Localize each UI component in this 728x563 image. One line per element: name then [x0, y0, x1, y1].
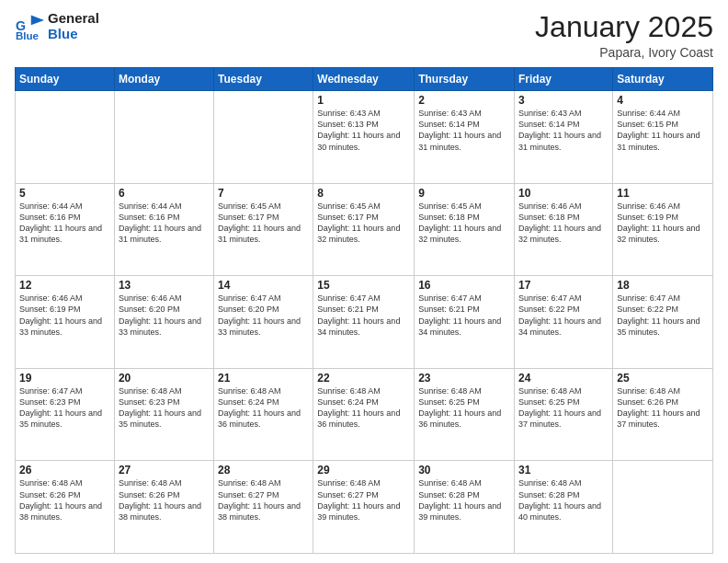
calendar-cell: 5Sunrise: 6:44 AM Sunset: 6:16 PM Daylig…	[16, 183, 115, 276]
day-number: 12	[19, 279, 110, 292]
weekday-header-friday: Friday	[515, 68, 613, 91]
day-number: 8	[317, 187, 410, 200]
day-info: Sunrise: 6:45 AM Sunset: 6:17 PM Dayligh…	[317, 201, 410, 246]
calendar-cell: 30Sunrise: 6:48 AM Sunset: 6:28 PM Dayli…	[415, 461, 515, 554]
day-number: 11	[617, 187, 709, 200]
day-number: 29	[317, 464, 410, 477]
calendar-cell	[114, 91, 213, 184]
calendar-cell: 23Sunrise: 6:48 AM Sunset: 6:25 PM Dayli…	[415, 368, 515, 461]
calendar-cell	[613, 461, 713, 554]
day-info: Sunrise: 6:44 AM Sunset: 6:15 PM Dayligh…	[617, 108, 709, 153]
day-number: 17	[518, 279, 609, 292]
calendar-header-row: SundayMondayTuesdayWednesdayThursdayFrid…	[16, 68, 713, 91]
day-info: Sunrise: 6:44 AM Sunset: 6:16 PM Dayligh…	[19, 201, 110, 246]
calendar-week-1: 1Sunrise: 6:43 AM Sunset: 6:13 PM Daylig…	[16, 91, 713, 184]
logo: G Blue General Blue	[15, 11, 99, 41]
day-info: Sunrise: 6:48 AM Sunset: 6:26 PM Dayligh…	[119, 477, 210, 523]
logo-blue: Blue	[48, 27, 99, 42]
day-info: Sunrise: 6:46 AM Sunset: 6:19 PM Dayligh…	[19, 293, 110, 338]
day-number: 21	[218, 372, 309, 385]
calendar-cell: 1Sunrise: 6:43 AM Sunset: 6:13 PM Daylig…	[313, 91, 415, 184]
month-title: January 2025	[535, 11, 713, 43]
day-number: 25	[617, 372, 709, 385]
calendar-cell: 17Sunrise: 6:47 AM Sunset: 6:22 PM Dayli…	[515, 276, 613, 369]
title-block: January 2025 Papara, Ivory Coast	[535, 11, 713, 60]
calendar-cell: 6Sunrise: 6:44 AM Sunset: 6:16 PM Daylig…	[114, 183, 213, 276]
day-info: Sunrise: 6:48 AM Sunset: 6:28 PM Dayligh…	[418, 477, 510, 523]
day-number: 6	[119, 187, 210, 200]
day-number: 20	[119, 372, 210, 385]
calendar-cell: 15Sunrise: 6:47 AM Sunset: 6:21 PM Dayli…	[313, 276, 415, 369]
day-info: Sunrise: 6:48 AM Sunset: 6:24 PM Dayligh…	[218, 385, 309, 431]
calendar-cell: 24Sunrise: 6:48 AM Sunset: 6:25 PM Dayli…	[515, 368, 613, 461]
calendar-cell: 14Sunrise: 6:47 AM Sunset: 6:20 PM Dayli…	[214, 276, 313, 369]
day-info: Sunrise: 6:47 AM Sunset: 6:22 PM Dayligh…	[617, 293, 709, 338]
day-number: 23	[418, 372, 510, 385]
day-number: 30	[418, 464, 510, 477]
calendar-cell: 12Sunrise: 6:46 AM Sunset: 6:19 PM Dayli…	[16, 276, 115, 369]
calendar-week-2: 5Sunrise: 6:44 AM Sunset: 6:16 PM Daylig…	[16, 183, 713, 276]
weekday-header-tuesday: Tuesday	[214, 68, 313, 91]
calendar-cell: 19Sunrise: 6:47 AM Sunset: 6:23 PM Dayli…	[16, 368, 115, 461]
day-info: Sunrise: 6:44 AM Sunset: 6:16 PM Dayligh…	[119, 201, 210, 246]
location-subtitle: Papara, Ivory Coast	[535, 45, 713, 60]
calendar-cell	[16, 91, 115, 184]
calendar-cell	[214, 91, 313, 184]
calendar-cell: 13Sunrise: 6:46 AM Sunset: 6:20 PM Dayli…	[114, 276, 213, 369]
weekday-header-wednesday: Wednesday	[313, 68, 415, 91]
day-info: Sunrise: 6:48 AM Sunset: 6:26 PM Dayligh…	[19, 477, 110, 523]
day-number: 19	[19, 372, 110, 385]
day-number: 10	[518, 187, 609, 200]
logo-general: General	[48, 11, 99, 27]
day-number: 31	[518, 464, 609, 477]
weekday-header-saturday: Saturday	[613, 68, 713, 91]
calendar-cell: 26Sunrise: 6:48 AM Sunset: 6:26 PM Dayli…	[16, 461, 115, 554]
day-info: Sunrise: 6:46 AM Sunset: 6:18 PM Dayligh…	[518, 201, 609, 246]
calendar-cell: 31Sunrise: 6:48 AM Sunset: 6:28 PM Dayli…	[515, 461, 613, 554]
weekday-header-sunday: Sunday	[16, 68, 115, 91]
day-info: Sunrise: 6:45 AM Sunset: 6:18 PM Dayligh…	[418, 201, 510, 246]
calendar-week-4: 19Sunrise: 6:47 AM Sunset: 6:23 PM Dayli…	[16, 368, 713, 461]
calendar-cell: 2Sunrise: 6:43 AM Sunset: 6:14 PM Daylig…	[415, 91, 515, 184]
day-number: 2	[418, 94, 510, 107]
calendar-cell: 8Sunrise: 6:45 AM Sunset: 6:17 PM Daylig…	[313, 183, 415, 276]
logo-icon: G Blue	[15, 12, 44, 41]
day-info: Sunrise: 6:46 AM Sunset: 6:20 PM Dayligh…	[119, 293, 210, 338]
day-info: Sunrise: 6:43 AM Sunset: 6:13 PM Dayligh…	[317, 108, 410, 153]
svg-text:Blue: Blue	[16, 30, 40, 41]
day-info: Sunrise: 6:47 AM Sunset: 6:21 PM Dayligh…	[418, 293, 510, 338]
calendar: SundayMondayTuesdayWednesdayThursdayFrid…	[15, 67, 713, 554]
day-info: Sunrise: 6:48 AM Sunset: 6:25 PM Dayligh…	[518, 385, 609, 431]
day-number: 27	[119, 464, 210, 477]
calendar-cell: 28Sunrise: 6:48 AM Sunset: 6:27 PM Dayli…	[214, 461, 313, 554]
calendar-cell: 3Sunrise: 6:43 AM Sunset: 6:14 PM Daylig…	[515, 91, 613, 184]
day-info: Sunrise: 6:48 AM Sunset: 6:23 PM Dayligh…	[119, 385, 210, 431]
day-number: 1	[317, 94, 410, 107]
calendar-cell: 7Sunrise: 6:45 AM Sunset: 6:17 PM Daylig…	[214, 183, 313, 276]
calendar-cell: 22Sunrise: 6:48 AM Sunset: 6:24 PM Dayli…	[313, 368, 415, 461]
day-number: 24	[518, 372, 609, 385]
day-info: Sunrise: 6:43 AM Sunset: 6:14 PM Dayligh…	[418, 108, 510, 153]
day-info: Sunrise: 6:47 AM Sunset: 6:22 PM Dayligh…	[518, 293, 609, 338]
day-info: Sunrise: 6:43 AM Sunset: 6:14 PM Dayligh…	[518, 108, 609, 153]
day-info: Sunrise: 6:48 AM Sunset: 6:27 PM Dayligh…	[317, 477, 410, 523]
day-number: 5	[19, 187, 110, 200]
day-number: 9	[418, 187, 510, 200]
page: G Blue General Blue January 2025 Papara,…	[0, 0, 728, 563]
calendar-cell: 11Sunrise: 6:46 AM Sunset: 6:19 PM Dayli…	[613, 183, 713, 276]
day-info: Sunrise: 6:47 AM Sunset: 6:20 PM Dayligh…	[218, 293, 309, 338]
day-info: Sunrise: 6:47 AM Sunset: 6:21 PM Dayligh…	[317, 293, 410, 338]
day-number: 28	[218, 464, 309, 477]
day-info: Sunrise: 6:48 AM Sunset: 6:27 PM Dayligh…	[218, 477, 309, 523]
day-number: 22	[317, 372, 410, 385]
calendar-cell: 9Sunrise: 6:45 AM Sunset: 6:18 PM Daylig…	[415, 183, 515, 276]
day-number: 7	[218, 187, 309, 200]
day-info: Sunrise: 6:48 AM Sunset: 6:24 PM Dayligh…	[317, 385, 410, 431]
day-info: Sunrise: 6:48 AM Sunset: 6:26 PM Dayligh…	[617, 385, 709, 431]
day-number: 13	[119, 279, 210, 292]
day-number: 4	[617, 94, 709, 107]
day-number: 14	[218, 279, 309, 292]
calendar-cell: 4Sunrise: 6:44 AM Sunset: 6:15 PM Daylig…	[613, 91, 713, 184]
weekday-header-monday: Monday	[114, 68, 213, 91]
header: G Blue General Blue January 2025 Papara,…	[15, 11, 713, 60]
